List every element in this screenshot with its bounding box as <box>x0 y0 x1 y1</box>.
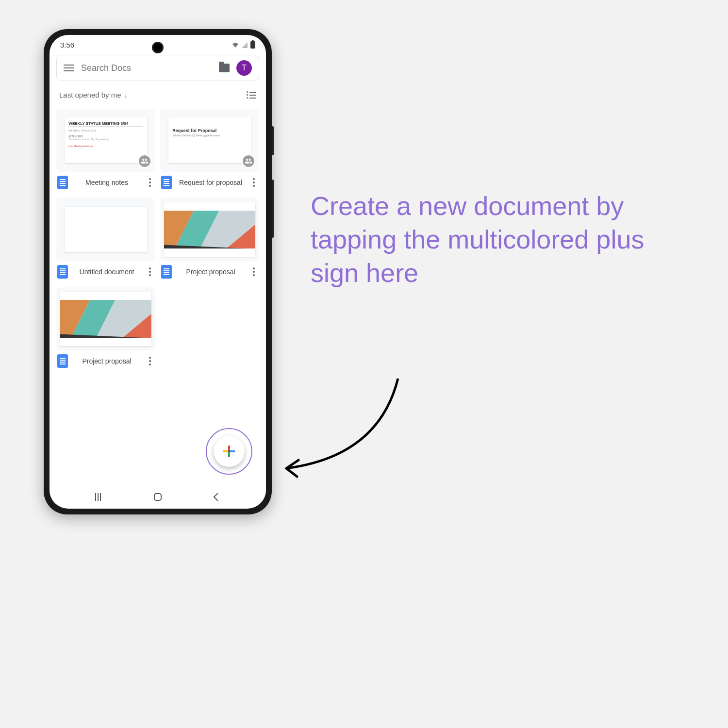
doc-card[interactable]: Untitled document <box>56 198 155 282</box>
sort-button[interactable]: Last opened by me ↓ <box>59 91 128 99</box>
doc-thumbnail <box>56 198 155 261</box>
sort-label: Last opened by me <box>59 91 121 99</box>
more-icon[interactable] <box>146 267 154 276</box>
avatar[interactable]: T <box>236 60 252 76</box>
docs-file-icon <box>57 176 68 189</box>
svg-rect-12 <box>228 446 230 450</box>
android-nav-bar <box>50 485 266 509</box>
svg-rect-13 <box>228 452 230 457</box>
docs-file-icon <box>161 176 172 189</box>
doc-thumbnail <box>56 287 155 350</box>
doc-card[interactable]: Project proposal <box>160 198 259 282</box>
search-input[interactable]: Search Docs <box>81 63 212 73</box>
new-document-fab[interactable] <box>214 436 245 467</box>
doc-title: Untitled document <box>71 268 143 276</box>
svg-rect-16 <box>228 450 230 452</box>
menu-icon[interactable] <box>64 65 74 71</box>
power-button <box>272 126 274 155</box>
nav-home-icon[interactable] <box>154 493 162 501</box>
search-bar[interactable]: Search Docs T <box>56 55 259 81</box>
view-toggle-icon[interactable] <box>247 91 256 99</box>
svg-rect-14 <box>223 450 228 452</box>
more-icon[interactable] <box>146 178 154 187</box>
docs-file-icon <box>57 354 68 368</box>
plus-icon <box>222 445 236 458</box>
nav-recent-icon[interactable] <box>95 493 101 501</box>
doc-title: Project proposal <box>175 268 247 276</box>
doc-thumbnail <box>160 198 259 261</box>
volume-button <box>272 180 274 238</box>
camera-cutout <box>152 42 164 53</box>
screen: 3:56 Search Docs T Last opened by me ↓ <box>50 35 266 509</box>
doc-title: Project proposal <box>71 357 143 365</box>
shared-icon <box>138 154 151 168</box>
callout-text: Create a new document by tapping the mul… <box>311 189 660 290</box>
doc-card[interactable]: Request for Proposal Johnson Services Q2… <box>160 109 259 193</box>
svg-rect-15 <box>230 450 235 452</box>
docs-file-icon <box>57 265 68 279</box>
more-icon[interactable] <box>249 178 258 187</box>
doc-card[interactable]: WEEKLY STATUS MEETING 3/04 09:30am | Roo… <box>56 109 155 193</box>
folder-icon[interactable] <box>219 64 230 72</box>
sort-row: Last opened by me ↓ <box>50 84 266 106</box>
docs-file-icon <box>161 265 172 279</box>
phone-frame: 3:56 Search Docs T Last opened by me ↓ <box>44 29 272 514</box>
fab-highlight <box>206 428 252 475</box>
doc-thumbnail: WEEKLY STATUS MEETING 3/04 09:30am | Roo… <box>56 109 155 172</box>
doc-title: Meeting notes <box>71 179 143 187</box>
more-icon[interactable] <box>146 357 154 365</box>
more-icon[interactable] <box>249 267 258 276</box>
doc-card[interactable]: Project proposal <box>56 287 155 372</box>
battery-icon <box>250 41 255 49</box>
signal-icon <box>242 42 248 48</box>
nav-back-icon[interactable] <box>213 493 221 501</box>
wifi-icon <box>232 42 239 48</box>
doc-thumbnail: Request for Proposal Johnson Services Q2… <box>160 109 259 172</box>
doc-title: Request for proposal <box>175 179 247 187</box>
callout-arrow-icon <box>272 374 408 480</box>
shared-icon <box>242 154 255 168</box>
arrow-down-icon: ↓ <box>124 91 128 99</box>
status-time: 3:56 <box>60 41 74 49</box>
